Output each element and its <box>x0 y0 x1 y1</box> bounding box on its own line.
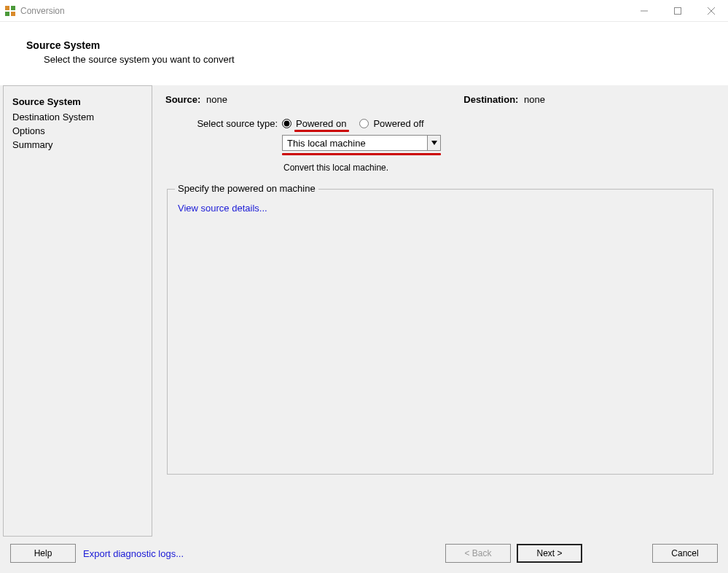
radio-powered-off[interactable]: Powered off <box>359 118 423 129</box>
wizard-header: Source System Select the source system y… <box>0 22 728 85</box>
groupbox-legend: Specify the powered on machine <box>175 183 318 194</box>
help-button[interactable]: Help <box>10 544 76 563</box>
source-label: Source: <box>165 94 200 105</box>
source-machine-dropdown[interactable]: This local machine <box>282 135 441 151</box>
close-button[interactable] <box>694 0 728 22</box>
source-machine-helper: Convert this local machine. <box>282 155 388 173</box>
svg-rect-3 <box>11 12 15 16</box>
sidebar-item-label: Summary <box>12 139 53 150</box>
sidebar-item-summary[interactable]: Summary <box>12 138 143 152</box>
svg-rect-1 <box>11 6 15 10</box>
back-button-label: < Back <box>464 548 491 558</box>
powered-on-machine-groupbox: Specify the powered on machine View sour… <box>167 189 713 475</box>
source-machine-dropdown-value: This local machine <box>283 138 440 149</box>
next-button-label: Next > <box>536 548 562 558</box>
select-source-type-label: Select source type: <box>165 118 282 129</box>
titlebar: Conversion <box>0 0 728 22</box>
page-title: Source System <box>26 39 702 51</box>
destination-value: none <box>524 94 545 105</box>
back-button[interactable]: < Back <box>445 544 511 563</box>
wizard-steps-sidebar: Source System Destination System Options… <box>3 85 152 537</box>
svg-rect-2 <box>5 12 9 16</box>
help-button-label: Help <box>34 548 52 558</box>
cancel-button[interactable]: Cancel <box>652 544 718 563</box>
wizard-content: Source: none Destination: none Select so… <box>155 85 725 537</box>
radio-powered-on-input[interactable] <box>282 119 291 128</box>
maximize-button[interactable] <box>661 0 694 22</box>
sidebar-item-options[interactable]: Options <box>12 124 143 138</box>
window-title: Conversion <box>20 6 65 16</box>
wizard-footer: Help Export diagnostic logs... < Back Ne… <box>0 537 728 573</box>
minimize-button[interactable] <box>627 0 661 22</box>
chevron-down-icon <box>427 136 440 150</box>
source-value: none <box>206 94 227 105</box>
sidebar-item-label: Destination System <box>12 112 94 122</box>
sidebar-item-label: Options <box>12 125 45 136</box>
svg-marker-8 <box>431 141 437 145</box>
svg-rect-5 <box>675 7 681 14</box>
next-button[interactable]: Next > <box>517 544 582 563</box>
sidebar-item-destination-system[interactable]: Destination System <box>12 110 143 124</box>
radio-powered-on[interactable]: Powered on <box>282 118 346 129</box>
svg-rect-0 <box>5 6 9 10</box>
status-row: Source: none Destination: none <box>163 93 718 118</box>
view-source-details-link[interactable]: View source details... <box>178 203 267 214</box>
cancel-button-label: Cancel <box>671 548 698 558</box>
export-diagnostic-logs-link[interactable]: Export diagnostic logs... <box>83 548 184 559</box>
page-subtitle: Select the source system you want to con… <box>44 54 702 65</box>
radio-powered-off-input[interactable] <box>359 119 369 128</box>
sidebar-item-label: Source System <box>12 96 81 107</box>
annotation-mark <box>282 153 441 155</box>
destination-label: Destination: <box>463 94 518 105</box>
radio-powered-off-label: Powered off <box>373 118 423 129</box>
radio-powered-on-label: Powered on <box>296 118 346 129</box>
app-icon <box>4 5 16 17</box>
sidebar-item-source-system[interactable]: Source System <box>12 93 143 110</box>
